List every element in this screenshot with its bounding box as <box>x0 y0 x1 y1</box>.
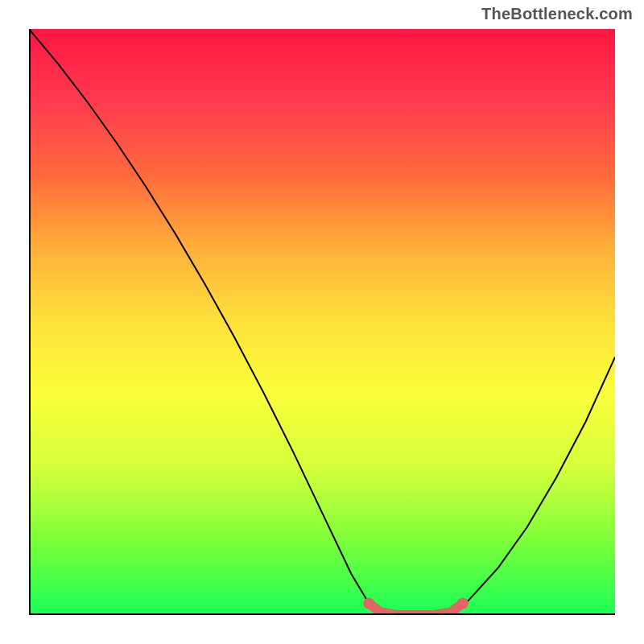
watermark-text: TheBottleneck.com <box>481 5 633 23</box>
axis-box <box>29 29 615 615</box>
chart-frame: TheBottleneck.com <box>0 0 644 644</box>
